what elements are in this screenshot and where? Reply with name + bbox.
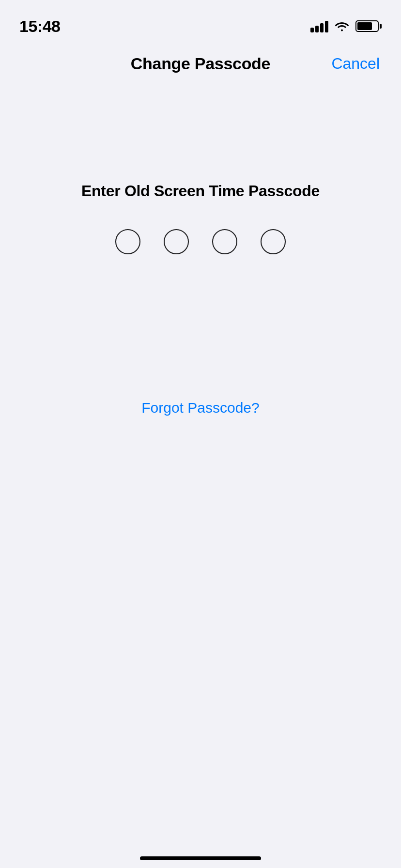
status-bar: 15:48	[0, 0, 401, 43]
wifi-icon	[335, 21, 349, 31]
cancel-button[interactable]: Cancel	[331, 55, 380, 73]
prompt-title: Enter Old Screen Time Passcode	[81, 182, 320, 200]
signal-icon	[310, 20, 328, 32]
battery-icon	[355, 20, 382, 32]
passcode-dot-2	[164, 229, 189, 254]
status-time: 15:48	[19, 17, 60, 36]
nav-header: Change Passcode Cancel	[0, 43, 401, 85]
passcode-dot-1	[115, 229, 140, 254]
passcode-dots	[115, 229, 286, 254]
passcode-dot-3	[212, 229, 237, 254]
main-content: Enter Old Screen Time Passcode Forgot Pa…	[0, 85, 401, 868]
page-body: Enter Old Screen Time Passcode Forgot Pa…	[0, 85, 401, 868]
status-icons	[310, 20, 382, 32]
page-title: Change Passcode	[131, 54, 270, 73]
forgot-passcode-button[interactable]: Forgot Passcode?	[141, 400, 259, 416]
passcode-dot-4	[261, 229, 286, 254]
home-indicator	[140, 856, 261, 860]
